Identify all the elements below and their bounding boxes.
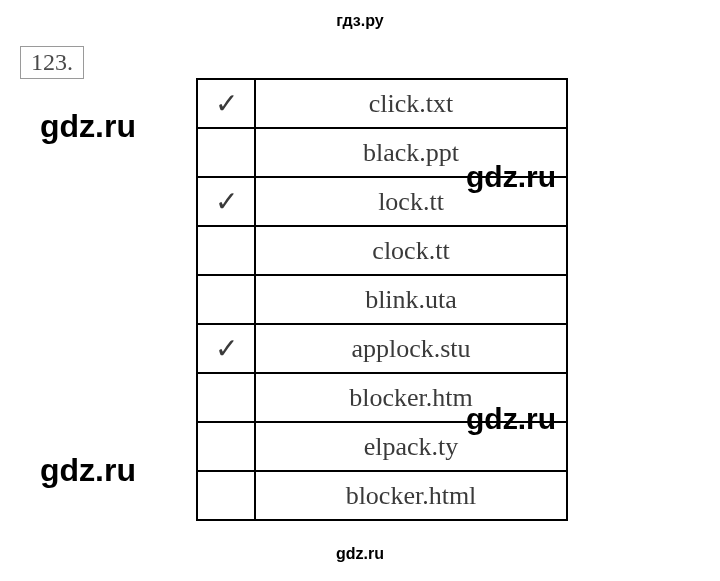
checkmark-icon: ✓ — [215, 186, 238, 217]
page-header-site: гдз.ру — [0, 0, 720, 30]
check-cell — [197, 226, 255, 275]
check-cell — [197, 471, 255, 520]
table-row: black.ppt — [197, 128, 567, 177]
check-cell: ✓ — [197, 324, 255, 373]
filename-cell: black.ppt — [255, 128, 567, 177]
filename-cell: elpack.ty — [255, 422, 567, 471]
table-row: clock.tt — [197, 226, 567, 275]
file-table-container: ✓ click.txt black.ppt ✓ lock.tt clock.tt… — [196, 78, 568, 521]
filename-cell: blocker.html — [255, 471, 567, 520]
table-row: blocker.htm — [197, 373, 567, 422]
table-row: ✓ click.txt — [197, 79, 567, 128]
table-row: blocker.html — [197, 471, 567, 520]
filename-cell: clock.tt — [255, 226, 567, 275]
filename-cell: lock.tt — [255, 177, 567, 226]
check-cell — [197, 128, 255, 177]
check-cell — [197, 275, 255, 324]
check-cell: ✓ — [197, 177, 255, 226]
checkmark-icon: ✓ — [215, 88, 238, 119]
filename-cell: click.txt — [255, 79, 567, 128]
filename-cell: blink.uta — [255, 275, 567, 324]
check-cell — [197, 422, 255, 471]
footer-watermark: gdz.ru — [0, 545, 720, 563]
watermark-text: gdz.ru — [40, 452, 136, 489]
task-number: 123. — [20, 46, 84, 79]
file-table: ✓ click.txt black.ppt ✓ lock.tt clock.tt… — [196, 78, 568, 521]
table-row: elpack.ty — [197, 422, 567, 471]
table-row: ✓ lock.tt — [197, 177, 567, 226]
checkmark-icon: ✓ — [215, 333, 238, 364]
check-cell — [197, 373, 255, 422]
table-row: ✓ applock.stu — [197, 324, 567, 373]
table-row: blink.uta — [197, 275, 567, 324]
watermark-text: gdz.ru — [40, 108, 136, 145]
check-cell: ✓ — [197, 79, 255, 128]
filename-cell: blocker.htm — [255, 373, 567, 422]
filename-cell: applock.stu — [255, 324, 567, 373]
